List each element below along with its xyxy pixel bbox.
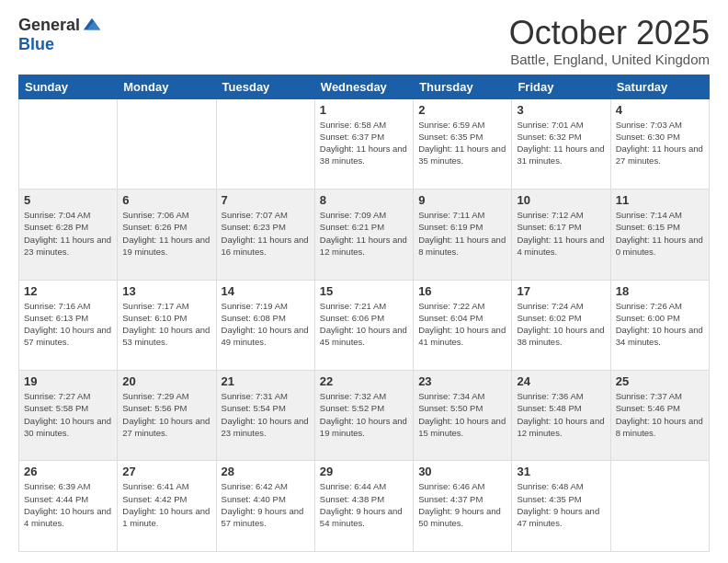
daylight-label: Daylight: 11 hours and 4 minutes. bbox=[517, 235, 604, 257]
day-number: 15 bbox=[320, 284, 408, 298]
day-number: 21 bbox=[222, 374, 310, 388]
table-row bbox=[610, 461, 709, 552]
sunrise-label: Sunrise: 7:03 AM bbox=[616, 120, 682, 130]
daylight-label: Daylight: 10 hours and 27 minutes. bbox=[122, 416, 210, 438]
table-row: 13Sunrise: 7:17 AMSunset: 6:10 PMDayligh… bbox=[118, 280, 216, 370]
day-number: 23 bbox=[418, 374, 506, 388]
sunset-label: Sunset: 5:54 PM bbox=[222, 403, 286, 413]
sunrise-label: Sunrise: 7:19 AM bbox=[222, 301, 288, 311]
sunset-label: Sunset: 4:44 PM bbox=[24, 494, 88, 504]
daylight-label: Daylight: 9 hours and 54 minutes. bbox=[320, 506, 403, 528]
sunrise-label: Sunrise: 7:29 AM bbox=[122, 391, 188, 401]
day-number: 30 bbox=[418, 465, 506, 478]
day-info: Sunrise: 7:03 AMSunset: 6:30 PMDaylight:… bbox=[616, 119, 704, 167]
table-row: 14Sunrise: 7:19 AMSunset: 6:08 PMDayligh… bbox=[216, 280, 314, 370]
sunrise-label: Sunrise: 7:01 AM bbox=[517, 120, 583, 130]
sunset-label: Sunset: 6:08 PM bbox=[222, 313, 286, 323]
table-row: 9Sunrise: 7:11 AMSunset: 6:19 PMDaylight… bbox=[414, 190, 512, 280]
day-number: 2 bbox=[418, 103, 506, 117]
table-row: 4Sunrise: 7:03 AMSunset: 6:30 PMDaylight… bbox=[610, 98, 709, 189]
table-row: 1Sunrise: 6:58 AMSunset: 6:37 PMDaylight… bbox=[314, 98, 413, 189]
sunset-label: Sunset: 6:30 PM bbox=[616, 132, 680, 142]
sunrise-label: Sunrise: 7:04 AM bbox=[24, 210, 90, 220]
daylight-label: Daylight: 10 hours and 4 minutes. bbox=[24, 506, 111, 528]
day-info: Sunrise: 7:32 AMSunset: 5:52 PMDaylight:… bbox=[320, 390, 408, 439]
day-info: Sunrise: 7:16 AMSunset: 6:13 PMDaylight:… bbox=[24, 300, 112, 349]
calendar-table: Sunday Monday Tuesday Wednesday Thursday… bbox=[18, 75, 710, 552]
daylight-label: Daylight: 10 hours and 1 minute. bbox=[122, 506, 210, 528]
day-number: 29 bbox=[320, 465, 408, 478]
daylight-label: Daylight: 10 hours and 23 minutes. bbox=[222, 416, 309, 438]
table-row: 17Sunrise: 7:24 AMSunset: 6:02 PMDayligh… bbox=[512, 280, 610, 370]
daylight-label: Daylight: 10 hours and 15 minutes. bbox=[418, 416, 506, 438]
sunset-label: Sunset: 4:40 PM bbox=[222, 494, 286, 504]
table-row: 28Sunrise: 6:42 AMSunset: 4:40 PMDayligh… bbox=[216, 461, 314, 552]
sunrise-label: Sunrise: 7:22 AM bbox=[418, 301, 484, 311]
sunrise-label: Sunrise: 6:48 AM bbox=[517, 481, 583, 491]
day-number: 3 bbox=[517, 103, 605, 117]
day-info: Sunrise: 7:07 AMSunset: 6:23 PMDaylight:… bbox=[222, 209, 310, 258]
table-row: 7Sunrise: 7:07 AMSunset: 6:23 PMDaylight… bbox=[216, 190, 314, 280]
page: General Blue October 2025 Battle, Englan… bbox=[0, 0, 728, 563]
daylight-label: Daylight: 11 hours and 19 minutes. bbox=[122, 235, 210, 257]
sunset-label: Sunset: 4:42 PM bbox=[122, 494, 187, 504]
table-row: 12Sunrise: 7:16 AMSunset: 6:13 PMDayligh… bbox=[19, 280, 118, 370]
daylight-label: Daylight: 11 hours and 38 minutes. bbox=[320, 144, 407, 166]
daylight-label: Daylight: 11 hours and 31 minutes. bbox=[517, 144, 604, 166]
table-row: 3Sunrise: 7:01 AMSunset: 6:32 PMDaylight… bbox=[512, 98, 610, 189]
sunset-label: Sunset: 5:56 PM bbox=[122, 403, 187, 413]
day-info: Sunrise: 7:24 AMSunset: 6:02 PMDaylight:… bbox=[517, 300, 605, 349]
table-row: 18Sunrise: 7:26 AMSunset: 6:00 PMDayligh… bbox=[610, 280, 709, 370]
sunrise-label: Sunrise: 7:16 AM bbox=[24, 301, 90, 311]
day-info: Sunrise: 6:44 AMSunset: 4:38 PMDaylight:… bbox=[320, 480, 408, 529]
daylight-label: Daylight: 11 hours and 12 minutes. bbox=[320, 235, 407, 257]
calendar-week-row: 5Sunrise: 7:04 AMSunset: 6:28 PMDaylight… bbox=[19, 190, 710, 280]
sunset-label: Sunset: 6:00 PM bbox=[616, 313, 680, 323]
table-row: 20Sunrise: 7:29 AMSunset: 5:56 PMDayligh… bbox=[118, 371, 216, 461]
table-row: 2Sunrise: 6:59 AMSunset: 6:35 PMDaylight… bbox=[414, 98, 512, 189]
header: General Blue October 2025 Battle, Englan… bbox=[18, 15, 710, 67]
sunset-label: Sunset: 6:37 PM bbox=[320, 132, 384, 142]
daylight-label: Daylight: 11 hours and 23 minutes. bbox=[24, 235, 111, 257]
daylight-label: Daylight: 10 hours and 41 minutes. bbox=[418, 325, 506, 347]
day-number: 19 bbox=[24, 374, 112, 388]
sunset-label: Sunset: 4:37 PM bbox=[418, 494, 483, 504]
sunset-label: Sunset: 6:10 PM bbox=[122, 313, 187, 323]
day-number: 22 bbox=[320, 374, 408, 388]
sunset-label: Sunset: 6:04 PM bbox=[418, 313, 483, 323]
sunrise-label: Sunrise: 6:59 AM bbox=[418, 120, 484, 130]
logo-general-text: General bbox=[18, 16, 80, 35]
table-row: 24Sunrise: 7:36 AMSunset: 5:48 PMDayligh… bbox=[512, 371, 610, 461]
day-info: Sunrise: 7:04 AMSunset: 6:28 PMDaylight:… bbox=[24, 209, 112, 258]
day-number: 10 bbox=[517, 193, 605, 207]
sunrise-label: Sunrise: 7:32 AM bbox=[320, 391, 386, 401]
day-number: 24 bbox=[517, 374, 605, 388]
sunrise-label: Sunrise: 7:37 AM bbox=[616, 391, 682, 401]
logo-blue-text: Blue bbox=[18, 35, 54, 54]
day-number: 16 bbox=[418, 284, 506, 298]
sunset-label: Sunset: 6:06 PM bbox=[320, 313, 384, 323]
sunset-label: Sunset: 6:28 PM bbox=[24, 222, 88, 232]
daylight-label: Daylight: 10 hours and 49 minutes. bbox=[222, 325, 309, 347]
sunrise-label: Sunrise: 6:44 AM bbox=[320, 481, 386, 491]
calendar-week-row: 26Sunrise: 6:39 AMSunset: 4:44 PMDayligh… bbox=[19, 461, 710, 552]
sunrise-label: Sunrise: 7:27 AM bbox=[24, 391, 90, 401]
calendar-week-row: 19Sunrise: 7:27 AMSunset: 5:58 PMDayligh… bbox=[19, 371, 710, 461]
sunset-label: Sunset: 5:48 PM bbox=[517, 403, 581, 413]
daylight-label: Daylight: 10 hours and 38 minutes. bbox=[517, 325, 604, 347]
table-row bbox=[118, 98, 216, 189]
sunset-label: Sunset: 6:13 PM bbox=[24, 313, 88, 323]
sunrise-label: Sunrise: 7:11 AM bbox=[418, 210, 484, 220]
day-info: Sunrise: 6:41 AMSunset: 4:42 PMDaylight:… bbox=[122, 480, 210, 529]
sunrise-label: Sunrise: 7:09 AM bbox=[320, 210, 386, 220]
day-info: Sunrise: 6:58 AMSunset: 6:37 PMDaylight:… bbox=[320, 119, 408, 167]
sunset-label: Sunset: 6:17 PM bbox=[517, 222, 581, 232]
day-info: Sunrise: 6:46 AMSunset: 4:37 PMDaylight:… bbox=[418, 480, 506, 529]
sunset-label: Sunset: 6:19 PM bbox=[418, 222, 483, 232]
day-number: 13 bbox=[122, 284, 210, 298]
day-info: Sunrise: 7:19 AMSunset: 6:08 PMDaylight:… bbox=[222, 300, 310, 349]
table-row: 27Sunrise: 6:41 AMSunset: 4:42 PMDayligh… bbox=[118, 461, 216, 552]
sunrise-label: Sunrise: 7:31 AM bbox=[222, 391, 288, 401]
day-info: Sunrise: 7:09 AMSunset: 6:21 PMDaylight:… bbox=[320, 209, 408, 258]
weekday-header-row: Sunday Monday Tuesday Wednesday Thursday… bbox=[19, 75, 710, 98]
